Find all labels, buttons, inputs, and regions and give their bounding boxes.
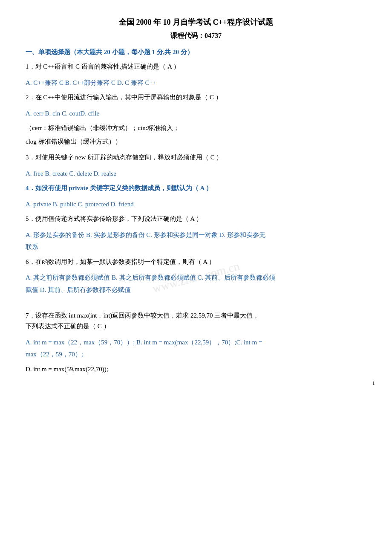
options-2: A. cerr B. cin C. coutD. cfile: [26, 107, 366, 120]
question-3: 3．对使用关键字 new 所开辟的动态存储空间，释放时必须使用（ C ）: [26, 152, 366, 163]
options-4: A. private B. public C. protected D. fri…: [26, 198, 366, 211]
note-2b: clog 标准错误输出（缓冲方式））: [26, 136, 366, 147]
question-2: 2．在 C++中使用流进行输入输出，其中用于屏幕输出的对象是（ C ）: [26, 92, 366, 103]
options-3: A. free B. create C. delete D. realse: [26, 168, 366, 180]
section1-header: 一、单项选择题（本大题共 20 小题，每小题 1 分,共 20 分）: [26, 48, 366, 56]
question-1: 1．对 C++语言和 C 语言的兼容性,描述正确的是（ A ）: [26, 61, 366, 72]
page-title: 全国 2008 年 10 月自学考试 C++程序设计试题: [26, 17, 366, 27]
question-4: 4．如没有使用 private 关键字定义类的数据成员，则默认为（ A ）: [26, 183, 366, 194]
note-7: D. int m = max(59,max(22,70));: [26, 364, 366, 375]
note-2a: （cerr：标准错误输出（非缓冲方式）；cin:标准输入；: [26, 123, 366, 134]
options-1: A. C++兼容 C B. C++部分兼容 C D. C 兼容 C++: [26, 77, 366, 89]
question-6: 6．在函数调用时，如某一默认参数要指明一个特定值，则有（ A ）: [26, 257, 366, 268]
course-code: 课程代码：04737: [26, 32, 366, 40]
question-5: 5．使用值传递方式将实参传给形参，下列说法正确的是（ A ）: [26, 214, 366, 225]
options-6: A. 其之前所有参数都必须赋值 B. 其之后所有参数都必须赋值 C. 其前、后所…: [26, 272, 366, 296]
question-7: 7．设存在函数 int max(int，int)返回两参数中较大值，若求 22,…: [26, 299, 366, 332]
options-7: A. int m = max（22，max（59，70））; B. int m …: [26, 336, 366, 361]
options-5: A. 形参是实参的备份 B. 实参是形参的备份 C. 形参和实参是同一对象 D.…: [26, 229, 366, 253]
page-number: 1: [372, 380, 375, 387]
